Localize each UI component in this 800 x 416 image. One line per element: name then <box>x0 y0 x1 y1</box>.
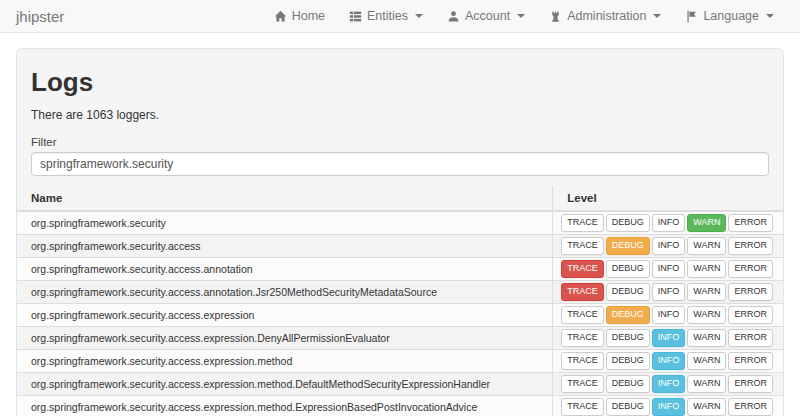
level-button-info[interactable]: INFO <box>652 237 686 255</box>
level-button-trace[interactable]: TRACE <box>561 375 604 393</box>
list-icon <box>349 10 362 23</box>
logger-name: org.springframework.security <box>17 211 553 235</box>
level-button-error[interactable]: ERROR <box>728 237 773 255</box>
loggers-count-text: There are 1063 loggers. <box>31 108 769 122</box>
logger-name: org.springframework.security.access.anno… <box>17 258 553 281</box>
nav-item-label: Administration <box>567 9 646 23</box>
level-button-error[interactable]: ERROR <box>728 214 773 232</box>
chevron-down-icon <box>653 14 661 18</box>
level-button-warn[interactable]: WARN <box>687 306 726 324</box>
level-button-error[interactable]: ERROR <box>728 352 773 370</box>
table-row: org.springframework.security.access.expr… <box>17 327 783 350</box>
table-row: org.springframework.security.access.anno… <box>17 258 783 281</box>
level-buttons: TRACEDEBUGINFOWARNERROR <box>553 304 783 327</box>
logger-name: org.springframework.security.access.expr… <box>17 304 553 327</box>
level-button-debug[interactable]: DEBUG <box>606 260 650 278</box>
chevron-down-icon <box>415 14 423 18</box>
level-button-error[interactable]: ERROR <box>728 260 773 278</box>
level-button-error[interactable]: ERROR <box>728 283 773 301</box>
table-row: org.springframework.security.access.anno… <box>17 281 783 304</box>
level-button-warn[interactable]: WARN <box>687 237 726 255</box>
column-header-name: Name <box>17 186 553 211</box>
level-button-warn[interactable]: WARN <box>687 283 726 301</box>
nav-item-label: Entities <box>367 9 408 23</box>
table-row: org.springframework.security.accessTRACE… <box>17 235 783 258</box>
nav-item-language[interactable]: Language <box>673 1 786 31</box>
table-row: org.springframework.security.access.expr… <box>17 350 783 373</box>
level-button-info[interactable]: INFO <box>652 283 686 301</box>
level-button-debug[interactable]: DEBUG <box>606 398 650 416</box>
logs-panel: Logs There are 1063 loggers. Filter Name… <box>16 48 784 416</box>
table-row: org.springframework.security.access.expr… <box>17 373 783 396</box>
nav-item-label: Home <box>292 9 325 23</box>
table-header-row: Name Level <box>17 186 783 211</box>
level-button-trace[interactable]: TRACE <box>561 260 604 278</box>
table-row: org.springframework.security.access.expr… <box>17 304 783 327</box>
level-button-trace[interactable]: TRACE <box>561 329 604 347</box>
level-button-trace[interactable]: TRACE <box>561 214 604 232</box>
nav-item-account[interactable]: Account <box>435 1 537 31</box>
level-button-debug[interactable]: DEBUG <box>606 283 650 301</box>
navbar: jhipster Home Entities Account Administr… <box>0 0 800 33</box>
level-buttons: TRACEDEBUGINFOWARNERROR <box>553 327 783 350</box>
nav-item-entities[interactable]: Entities <box>337 1 435 31</box>
level-button-warn[interactable]: WARN <box>687 214 726 232</box>
level-button-debug[interactable]: DEBUG <box>606 329 650 347</box>
logger-name: org.springframework.security.access.anno… <box>17 281 553 304</box>
loggers-table: Name Level org.springframework.securityT… <box>17 186 783 416</box>
level-button-info[interactable]: INFO <box>652 375 686 393</box>
chevron-down-icon <box>766 14 774 18</box>
level-buttons: TRACEDEBUGINFOWARNERROR <box>553 211 783 235</box>
level-button-info[interactable]: INFO <box>652 306 686 324</box>
level-buttons: TRACEDEBUGINFOWARNERROR <box>553 396 783 416</box>
tower-icon <box>549 10 562 23</box>
level-button-error[interactable]: ERROR <box>728 398 773 416</box>
logger-name: org.springframework.security.access.expr… <box>17 373 553 396</box>
level-button-info[interactable]: INFO <box>652 398 686 416</box>
level-button-error[interactable]: ERROR <box>728 306 773 324</box>
nav-item-label: Language <box>703 9 759 23</box>
logger-name: org.springframework.security.access.expr… <box>17 350 553 373</box>
level-button-debug[interactable]: DEBUG <box>606 306 650 324</box>
level-button-trace[interactable]: TRACE <box>561 306 604 324</box>
level-buttons: TRACEDEBUGINFOWARNERROR <box>553 350 783 373</box>
flag-icon <box>685 10 698 23</box>
level-button-warn[interactable]: WARN <box>687 398 726 416</box>
level-button-error[interactable]: ERROR <box>728 329 773 347</box>
level-button-debug[interactable]: DEBUG <box>606 237 650 255</box>
user-icon <box>447 10 460 23</box>
navbar-menu: Home Entities Account Administration Lan… <box>262 1 786 31</box>
level-button-error[interactable]: ERROR <box>728 375 773 393</box>
column-header-level: Level <box>553 186 783 211</box>
filter-input[interactable] <box>31 152 769 176</box>
level-button-trace[interactable]: TRACE <box>561 398 604 416</box>
level-button-warn[interactable]: WARN <box>687 352 726 370</box>
level-button-info[interactable]: INFO <box>652 352 686 370</box>
level-button-trace[interactable]: TRACE <box>561 237 604 255</box>
home-icon <box>274 10 287 23</box>
level-button-warn[interactable]: WARN <box>687 329 726 347</box>
level-button-trace[interactable]: TRACE <box>561 283 604 301</box>
brand-link[interactable]: jhipster <box>14 8 66 25</box>
logger-name: org.springframework.security.access.expr… <box>17 327 553 350</box>
level-button-debug[interactable]: DEBUG <box>606 352 650 370</box>
chevron-down-icon <box>517 14 525 18</box>
level-buttons: TRACEDEBUGINFOWARNERROR <box>553 281 783 304</box>
filter-label: Filter <box>31 136 769 148</box>
nav-item-home[interactable]: Home <box>262 1 337 31</box>
level-button-debug[interactable]: DEBUG <box>606 214 650 232</box>
level-button-trace[interactable]: TRACE <box>561 352 604 370</box>
level-button-warn[interactable]: WARN <box>687 260 726 278</box>
level-button-info[interactable]: INFO <box>652 329 686 347</box>
logger-name: org.springframework.security.access.expr… <box>17 396 553 416</box>
nav-item-administration[interactable]: Administration <box>537 1 673 31</box>
table-row: org.springframework.securityTRACEDEBUGIN… <box>17 211 783 235</box>
table-row: org.springframework.security.access.expr… <box>17 396 783 416</box>
nav-item-label: Account <box>465 9 510 23</box>
level-buttons: TRACEDEBUGINFOWARNERROR <box>553 235 783 258</box>
level-button-warn[interactable]: WARN <box>687 375 726 393</box>
level-button-info[interactable]: INFO <box>652 260 686 278</box>
level-buttons: TRACEDEBUGINFOWARNERROR <box>553 258 783 281</box>
level-button-info[interactable]: INFO <box>652 214 686 232</box>
level-button-debug[interactable]: DEBUG <box>606 375 650 393</box>
